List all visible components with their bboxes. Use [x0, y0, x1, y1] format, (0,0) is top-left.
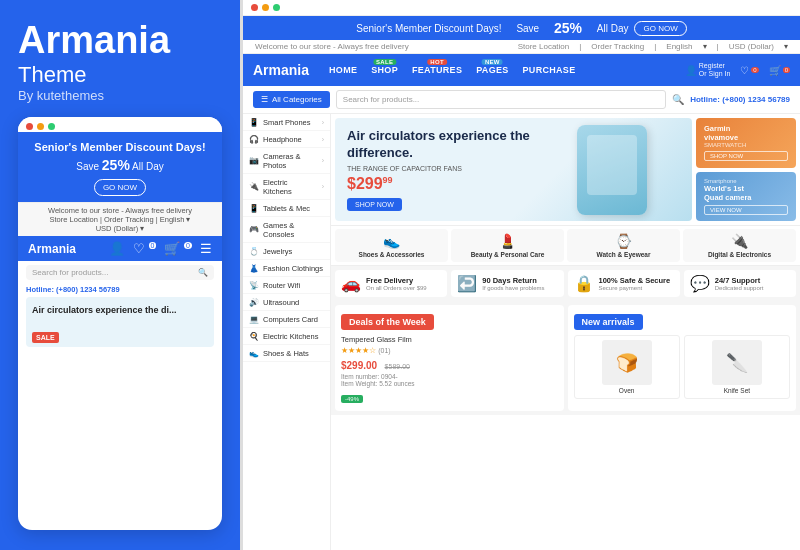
sidebar-item-jewelry[interactable]: 💍 Jewelrys: [243, 243, 330, 260]
dt-promo-pct: 25%: [554, 20, 582, 36]
cat-digital[interactable]: 🔌 Digital & Electronics: [683, 229, 796, 262]
garmin-shop-btn[interactable]: SHOP NOW: [704, 151, 788, 161]
dot-yellow: [37, 123, 44, 130]
browser-dot-yellow: [262, 4, 269, 11]
feature-free-delivery: 🚗 Free Delivery On all Orders over $99: [335, 270, 447, 297]
nav-item-home[interactable]: HOME: [329, 65, 357, 75]
search-placeholder-text: Search for products...: [343, 95, 419, 104]
mobile-nav-logo: Armania: [28, 242, 76, 256]
mobile-language[interactable]: English: [160, 215, 185, 224]
dt-store-location[interactable]: Store Location: [518, 42, 570, 51]
hero-shop-button[interactable]: SHOP NOW: [347, 198, 402, 211]
desktop-search-input[interactable]: Search for products...: [336, 90, 666, 109]
desktop-preview: Senior's Member Discount Days! Save 25% …: [240, 0, 800, 550]
watch-label: Watch & Eyewear: [597, 251, 651, 258]
tablet-icon: 📱: [249, 204, 259, 213]
sidebar-item-tablets[interactable]: 📱 Tablets & Mec: [243, 200, 330, 217]
feature-secure: 🔒 100% Safe & Secure Secure payment: [568, 270, 680, 297]
mobile-hero-text: Air circulators experience the di...: [32, 305, 177, 315]
games-icon: 🎮: [249, 225, 259, 234]
mobile-user-icon[interactable]: 👤: [109, 241, 125, 256]
sidebar-item-shoes[interactable]: 👟 Shoes & Hats: [243, 345, 330, 362]
mobile-promo-pct: 25%: [102, 157, 130, 173]
dt-order-tracking[interactable]: Order Tracking: [591, 42, 644, 51]
cat-shoes-accessories[interactable]: 👟 Shoes & Accessories: [335, 229, 448, 262]
arrival-item-oven[interactable]: 🍞 Oven: [574, 335, 680, 399]
search-icon[interactable]: 🔍: [672, 94, 684, 105]
sidebar-item-router[interactable]: 📡 Router Wifi: [243, 277, 330, 294]
view-now-btn[interactable]: VIEW NOW: [704, 205, 788, 215]
nav-item-purchase[interactable]: PURCHASE: [523, 65, 576, 75]
digital-label: Digital & Electronics: [708, 251, 771, 258]
air-cooler-illustration: [577, 125, 647, 215]
secure-icon: 🔒: [574, 274, 594, 293]
desktop-content: 📱 Smart Phones › 🎧 Headphone › 📷 Cameras…: [243, 114, 800, 550]
mobile-nav-icons: 👤 ♡ 0 🛒 0 ☰: [109, 241, 212, 256]
dt-cart-icon[interactable]: 🛒 0: [769, 65, 790, 76]
browser-top-bar: [243, 0, 800, 16]
hotline-label: Hotline:: [690, 95, 720, 104]
nav-badge-sale: SALE: [373, 59, 396, 65]
feature-support: 💬 24/7 Support Dedicated support: [684, 270, 796, 297]
quad-camera-sub: Quad camera: [704, 193, 788, 202]
secure-title: 100% Safe & Secure: [599, 276, 671, 285]
support-sub: Dedicated support: [715, 285, 764, 291]
kitchen-icon: 🔌: [249, 182, 259, 191]
sidebar-item-electric2[interactable]: 🍳 Electric Kitchens: [243, 328, 330, 345]
mobile-currency[interactable]: USD (Dollar): [96, 224, 139, 233]
router-icon: 📡: [249, 281, 259, 290]
sidebar-item-electric-kitchens[interactable]: 🔌 Electric Kitchens ›: [243, 174, 330, 200]
all-categories-button[interactable]: ☰ All Categories: [253, 91, 330, 108]
mobile-search-placeholder: Search for products...: [32, 268, 108, 277]
mobile-search-bar[interactable]: Search for products... 🔍: [26, 265, 214, 280]
dt-promo-period: All Day: [597, 23, 629, 34]
deals-header: Deals of the Week: [341, 314, 434, 330]
shoes-icon: 👟: [249, 349, 259, 358]
mobile-search-icon[interactable]: 🔍: [198, 268, 208, 277]
fashion-icon: 👗: [249, 264, 259, 273]
ultrasound-icon: 🔊: [249, 298, 259, 307]
nav-item-pages[interactable]: NEW PAGES: [476, 65, 508, 75]
mobile-wishlist-icon[interactable]: ♡ 0: [133, 241, 157, 256]
sidebar-item-games[interactable]: 🎮 Games & Consoles: [243, 217, 330, 243]
dt-user-icon[interactable]: 👤 RegisterOr Sign In: [685, 62, 731, 79]
mobile-menu-icon[interactable]: ☰: [200, 241, 212, 256]
secure-sub: Secure payment: [599, 285, 671, 291]
sidebar-item-cameras[interactable]: 📷 Cameras & Photos ›: [243, 148, 330, 174]
desktop-nav-logo: Armania: [253, 62, 309, 78]
sidebar-item-smartphones[interactable]: 📱 Smart Phones ›: [243, 114, 330, 131]
mobile-go-button[interactable]: GO NOW: [94, 179, 146, 196]
sidebar-item-fashion[interactable]: 👗 Fashion Clothings: [243, 260, 330, 277]
sidebar-item-headphone[interactable]: 🎧 Headphone ›: [243, 131, 330, 148]
sidebar-item-ultrasound[interactable]: 🔊 Ultrasound: [243, 294, 330, 311]
cat-watch[interactable]: ⌚ Watch & Eyewear: [567, 229, 680, 262]
delivery-title: Free Delivery: [366, 276, 427, 285]
nav-item-features[interactable]: HOT FEATURES: [412, 65, 462, 75]
side-banners: Garmin vivamove SMARTWATCH SHOP NOW Smar…: [696, 118, 796, 221]
dt-currency[interactable]: USD (Dollar): [729, 42, 774, 51]
dt-go-button[interactable]: GO NOW: [634, 21, 686, 36]
side-banner-smartphone: Smartphone World's 1st Quad camera VIEW …: [696, 172, 796, 222]
hero-banner: Air circulators experience the differenc…: [335, 118, 692, 221]
return-sub: If goods have problems: [482, 285, 544, 291]
support-title: 24/7 Support: [715, 276, 764, 285]
deal-stars: ★★★★☆ (01): [341, 346, 558, 355]
desktop-main-area: Air circulators experience the differenc…: [331, 114, 800, 550]
brand-by: By kutethemes: [18, 88, 222, 103]
dt-wishlist-icon[interactable]: ♡ 0: [740, 65, 758, 76]
browser-dot-red: [251, 4, 258, 11]
mobile-top-bar: [18, 117, 222, 132]
watch-icon: ⌚: [615, 233, 632, 249]
cat-beauty[interactable]: 💄 Beauty & Personal Care: [451, 229, 564, 262]
deal-product-name: Tempered Glass Film: [341, 335, 558, 344]
mobile-promo-text: Senior's Member Discount Days!: [34, 141, 205, 153]
dt-language[interactable]: English: [666, 42, 692, 51]
sidebar-item-computers[interactable]: 💻 Computers Card: [243, 311, 330, 328]
mobile-order-tracking[interactable]: Order Tracking: [104, 215, 154, 224]
mobile-cart-icon[interactable]: 🛒 0: [164, 241, 192, 256]
mobile-sale-tag: SALE: [32, 332, 59, 343]
arrival-item-knives[interactable]: 🔪 Knife Set: [684, 335, 790, 399]
side-banner-garmin: Garmin vivamove SMARTWATCH SHOP NOW: [696, 118, 796, 168]
mobile-store-location[interactable]: Store Location: [50, 215, 98, 224]
nav-item-shop[interactable]: SALE SHOP: [371, 65, 398, 75]
